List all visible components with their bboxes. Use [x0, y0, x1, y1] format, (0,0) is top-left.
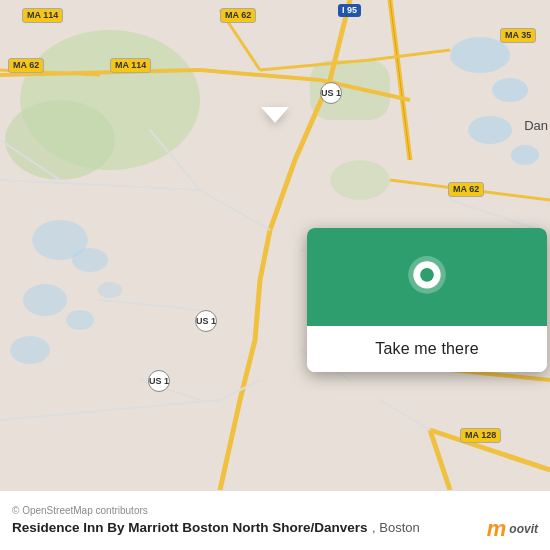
- take-me-there-button[interactable]: Take me there: [307, 326, 547, 372]
- moovit-logo: moovit: [487, 518, 538, 540]
- location-pin-icon: [403, 256, 451, 304]
- attribution-text: © OpenStreetMap contributors: [12, 505, 148, 516]
- svg-point-9: [98, 282, 122, 298]
- bottom-bar: © OpenStreetMap contributors Residence I…: [0, 490, 550, 550]
- road-badge-ma62-rm: MA 62: [448, 182, 484, 197]
- popup-arrow: [261, 107, 289, 123]
- popup-card: Take me there: [307, 228, 547, 372]
- road-badge-ma62-l: MA 62: [8, 58, 44, 73]
- svg-point-8: [66, 310, 94, 330]
- svg-point-19: [330, 160, 390, 200]
- svg-point-48: [420, 268, 434, 282]
- road-badge-ma114-ul: MA 114: [110, 58, 151, 73]
- svg-point-4: [511, 145, 539, 165]
- road-badge-us1-cl: US 1: [195, 310, 217, 332]
- road-badge-us1-ll: US 1: [148, 370, 170, 392]
- svg-point-17: [5, 100, 115, 180]
- popup-wrapper: Take me there: [152, 108, 398, 123]
- map-city-label-dan: Dan: [524, 118, 548, 133]
- place-name: Residence Inn By Marriott Boston North S…: [12, 520, 368, 535]
- svg-point-2: [492, 78, 528, 102]
- road-badge-ma35: MA 35: [500, 28, 536, 43]
- svg-point-10: [10, 336, 50, 364]
- road-badge-i95: I 95: [338, 4, 361, 17]
- moovit-m-letter: m: [487, 518, 507, 540]
- attribution: © OpenStreetMap contributors: [12, 505, 538, 516]
- popup-green-area: [307, 228, 547, 326]
- place-city: Boston: [379, 520, 419, 535]
- svg-point-6: [72, 248, 108, 272]
- road-badge-ma128: MA 128: [460, 428, 501, 443]
- map-container: MA 114 MA 62 I 95 MA 35 MA 62 MA 114 US …: [0, 0, 550, 490]
- road-badge-ma62-tc: MA 62: [220, 8, 256, 23]
- road-badge-ma114-tl: MA 114: [22, 8, 63, 23]
- svg-point-7: [23, 284, 67, 316]
- road-badge-us1-ur: US 1: [320, 82, 342, 104]
- moovit-text: oovit: [509, 522, 538, 536]
- svg-point-3: [468, 116, 512, 144]
